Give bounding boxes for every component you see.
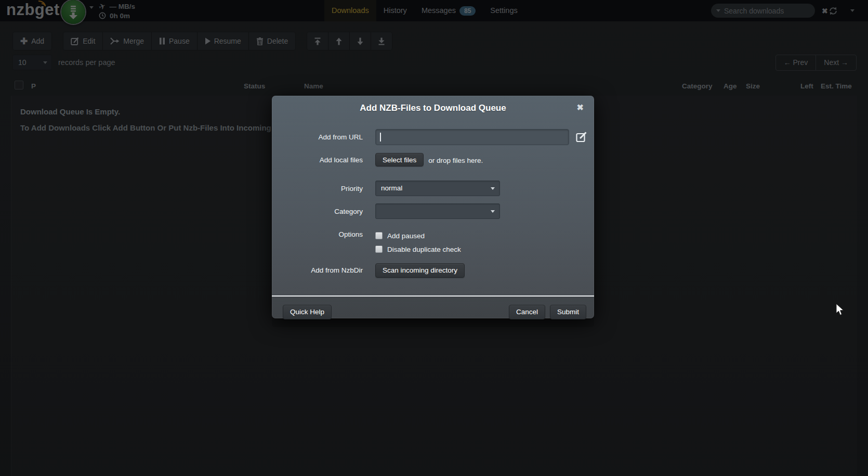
add-paused-label: Add paused xyxy=(387,232,425,240)
category-caret-icon xyxy=(491,210,495,213)
category-label: Category xyxy=(272,208,363,215)
local-files-label: Add local files xyxy=(272,156,363,164)
nzbdir-label: Add from NzbDir xyxy=(272,266,363,274)
options-label: Options xyxy=(272,230,363,238)
add-paused-option[interactable]: Add paused xyxy=(375,230,461,241)
submit-button[interactable]: Submit xyxy=(550,305,586,319)
screen: nzbget ✈ xyxy=(0,0,868,476)
edit-url-icon[interactable] xyxy=(576,132,587,143)
text-cursor xyxy=(380,133,381,141)
url-input[interactable] xyxy=(375,129,569,145)
modal-title: Add NZB-Files to Download Queue xyxy=(272,96,594,120)
disable-dupe-label: Disable duplicate check xyxy=(387,246,461,253)
quick-help-button[interactable]: Quick Help xyxy=(283,305,332,319)
close-icon[interactable]: ✖ xyxy=(577,102,584,113)
disable-dupe-option[interactable]: Disable duplicate check xyxy=(375,244,461,254)
priority-caret-icon xyxy=(491,187,495,190)
scan-incoming-button[interactable]: Scan incoming directory xyxy=(375,263,465,278)
cancel-button[interactable]: Cancel xyxy=(509,305,545,319)
add-nzb-modal: Add NZB-Files to Download Queue ✖ Add fr… xyxy=(272,96,594,318)
options-list: Add paused Disable duplicate check xyxy=(375,230,461,254)
url-field-wrap xyxy=(375,129,569,145)
category-select[interactable] xyxy=(375,203,500,219)
disable-dupe-checkbox[interactable] xyxy=(375,246,383,253)
add-paused-checkbox[interactable] xyxy=(375,232,383,239)
priority-label: Priority xyxy=(272,185,363,192)
url-label: Add from URL xyxy=(272,133,363,141)
mouse-cursor xyxy=(836,303,845,316)
drop-files-hint: or drop files here. xyxy=(428,157,483,164)
priority-value: normal xyxy=(381,184,402,192)
modal-body: Add from URL Add local files Select file… xyxy=(272,129,594,295)
priority-select[interactable]: normal xyxy=(375,181,500,196)
modal-footer: Quick Help Cancel Submit xyxy=(272,295,594,327)
modal-header: Add NZB-Files to Download Queue ✖ xyxy=(272,96,594,120)
select-files-button[interactable]: Select files xyxy=(375,153,424,166)
